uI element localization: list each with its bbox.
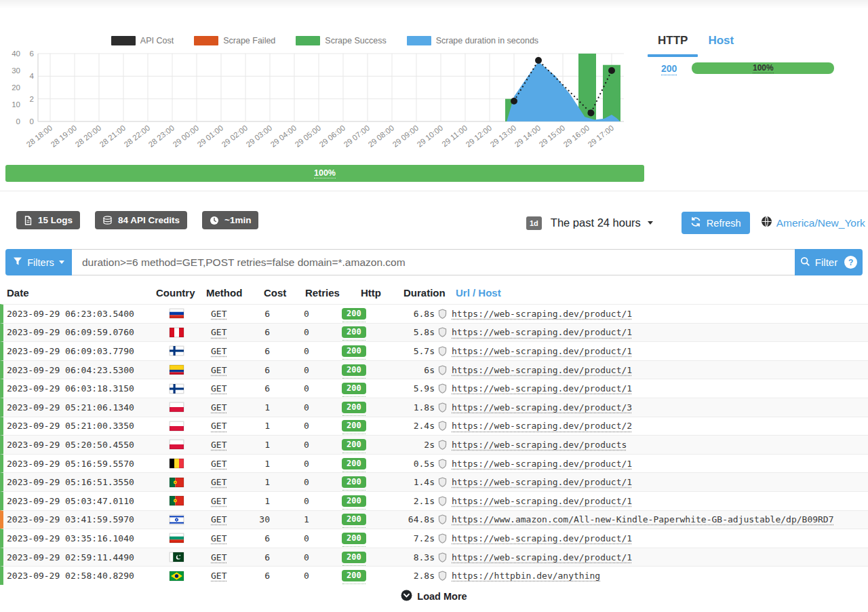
help-icon[interactable]: ? <box>844 256 857 269</box>
log-http-status: 200 <box>342 436 366 454</box>
log-url-link[interactable]: https://web-scraping.dev/product/1 <box>452 529 632 548</box>
flag-bg-icon <box>170 529 184 548</box>
log-date: 2023-09-29 06:23:03.5400 <box>7 305 134 323</box>
refresh-button[interactable]: Refresh <box>682 212 750 234</box>
svg-text:0: 0 <box>30 117 34 126</box>
stat-badge--1min: ~1min <box>202 211 258 229</box>
legend-item-scrape-duration-in-seconds[interactable]: Scrape duration in seconds <box>407 36 538 45</box>
log-cost: 1 <box>236 417 270 436</box>
svg-text:30: 30 <box>12 66 20 75</box>
log-row[interactable]: 2023-09-29 06:09:59.0760GET602005.8shttp… <box>0 323 868 342</box>
log-row[interactable]: 2023-09-29 05:21:06.1340GET102001.8shttp… <box>0 398 868 417</box>
shield-icon <box>438 417 447 436</box>
log-url-link[interactable]: https://httpbin.dev/anything <box>452 567 600 585</box>
log-method: GET <box>211 511 226 529</box>
log-http-status: 200 <box>342 305 366 323</box>
log-url-link[interactable]: https://web-scraping.dev/product/1 <box>452 473 632 491</box>
log-duration: 8.3s <box>378 548 435 567</box>
flag-be-icon <box>170 455 184 473</box>
log-row[interactable]: 2023-09-29 06:04:23.5300GET602006shttps:… <box>0 360 868 379</box>
log-url-link[interactable]: https://web-scraping.dev/product/1 <box>452 455 632 473</box>
log-row[interactable]: 2023-09-29 06:03:18.3150GET602005.9shttp… <box>0 379 868 398</box>
svg-text:29 04:00: 29 04:00 <box>269 123 298 149</box>
legend-swatch <box>111 36 136 45</box>
log-row[interactable]: 2023-09-29 05:03:47.0110GET102002.1shttp… <box>0 491 868 510</box>
log-url-link[interactable]: https://web-scraping.dev/product/1 <box>452 379 632 398</box>
log-url-link[interactable]: https://web-scraping.dev/product/3 <box>452 398 632 417</box>
log-http-status: 200 <box>342 511 366 529</box>
stats-row: 15 Logs84 API Credits~1min <box>16 211 258 229</box>
filter-submit-button[interactable]: Filter ? <box>795 249 863 275</box>
log-retries: 0 <box>304 548 309 567</box>
column-header-url-host[interactable]: Url / Host <box>456 287 501 299</box>
file-icon <box>24 216 33 225</box>
legend-item-api-cost[interactable]: API Cost <box>111 36 174 45</box>
svg-text:20: 20 <box>12 83 20 92</box>
log-cost: 6 <box>236 324 270 342</box>
svg-text:29 13:00: 29 13:00 <box>489 123 518 149</box>
timezone-link[interactable]: America/New_York <box>761 216 865 230</box>
log-row[interactable]: 2023-09-29 05:16:51.3550GET102001.4shttp… <box>0 472 868 491</box>
shield-icon <box>438 455 447 473</box>
log-cost: 1 <box>236 492 270 510</box>
chart-legend: API CostScrape FailedScrape SuccessScrap… <box>5 36 644 45</box>
time-range-dropdown[interactable]: The past 24 hours <box>551 216 653 229</box>
log-retries: 0 <box>304 473 309 491</box>
log-method: GET <box>211 529 226 548</box>
log-duration: 7.2s <box>378 529 435 548</box>
column-header-http: Http <box>361 287 381 299</box>
log-row[interactable]: 2023-09-29 02:58:40.8290GET602002.8shttp… <box>0 566 868 585</box>
log-url-link[interactable]: https://web-scraping.dev/product/1 <box>452 324 632 342</box>
log-cost: 6 <box>236 548 270 567</box>
legend-item-scrape-failed[interactable]: Scrape Failed <box>194 36 275 45</box>
log-cost: 1 <box>236 398 270 417</box>
top-strip <box>0 0 868 8</box>
log-row[interactable]: 2023-09-29 05:16:59.5570GET102000.5shttp… <box>0 454 868 473</box>
log-row[interactable]: 2023-09-29 03:35:16.1040GET602007.2shttp… <box>0 529 868 548</box>
svg-text:28 20:00: 28 20:00 <box>74 123 103 149</box>
log-url-link[interactable]: https://web-scraping.dev/product/1 <box>452 305 632 323</box>
filter-query-input[interactable] <box>72 249 795 275</box>
tab-host[interactable]: Host <box>698 31 744 57</box>
log-duration: 5.7s <box>378 342 435 360</box>
log-http-status: 200 <box>342 361 366 379</box>
log-duration: 1.4s <box>378 473 435 491</box>
log-row[interactable]: 2023-09-29 06:23:03.5400GET602006.8shttp… <box>0 304 868 323</box>
log-row[interactable]: 2023-09-29 03:41:59.5970GET30120064.8sht… <box>0 510 868 529</box>
svg-text:28 22:00: 28 22:00 <box>123 123 152 149</box>
legend-label: Scrape Success <box>325 36 386 45</box>
range-badge: 1d <box>526 216 542 230</box>
load-more-button[interactable]: Load More <box>0 590 868 603</box>
log-row[interactable]: 2023-09-29 02:59:11.4490GET602008.3shttp… <box>0 548 868 567</box>
log-cost: 6 <box>236 342 270 360</box>
log-row[interactable]: 2023-09-29 06:09:03.7790GET602005.7shttp… <box>0 341 868 360</box>
legend-item-scrape-success[interactable]: Scrape Success <box>296 36 386 45</box>
svg-text:29 01:00: 29 01:00 <box>196 123 225 149</box>
log-date: 2023-09-29 06:03:18.3150 <box>7 379 134 398</box>
svg-text:29 07:00: 29 07:00 <box>342 123 372 149</box>
filters-dropdown-button[interactable]: Filters <box>5 249 72 275</box>
log-url-link[interactable]: https://web-scraping.dev/product/2 <box>452 417 632 436</box>
log-date: 2023-09-29 03:35:16.1040 <box>7 529 134 548</box>
log-url-link[interactable]: https://web-scraping.dev/product/1 <box>452 342 632 360</box>
log-url-link[interactable]: https://web-scraping.dev/product/1 <box>452 492 632 510</box>
log-row[interactable]: 2023-09-29 05:20:50.4550GET102002shttps:… <box>0 435 868 454</box>
log-cost: 1 <box>236 455 270 473</box>
success-rate-value: 100% <box>314 168 336 178</box>
column-header-method: Method <box>206 287 242 299</box>
log-date: 2023-09-29 05:21:06.1340 <box>7 398 134 417</box>
log-url-link[interactable]: https://www.amazon.com/All-new-Kindle-Pa… <box>452 511 834 529</box>
log-duration: 2.4s <box>378 417 435 436</box>
log-url-link[interactable]: https://web-scraping.dev/products <box>452 436 627 454</box>
status-code-link[interactable]: 200 <box>661 63 677 74</box>
log-row[interactable]: 2023-09-29 05:21:00.3350GET102002.4shttp… <box>0 417 868 436</box>
svg-text:0: 0 <box>16 117 20 126</box>
svg-text:29 16:00: 29 16:00 <box>562 123 591 149</box>
log-url-link[interactable]: https://web-scraping.dev/product/1 <box>452 548 632 567</box>
log-url-link[interactable]: https://web-scraping.dev/product/1 <box>452 361 632 379</box>
stat-label: 84 API Credits <box>118 215 180 225</box>
svg-text:29 06:00: 29 06:00 <box>318 123 347 149</box>
tab-http[interactable]: HTTP <box>648 31 698 57</box>
flag-pk-icon <box>170 548 184 567</box>
activity-chart: API CostScrape FailedScrape SuccessScrap… <box>5 31 644 163</box>
